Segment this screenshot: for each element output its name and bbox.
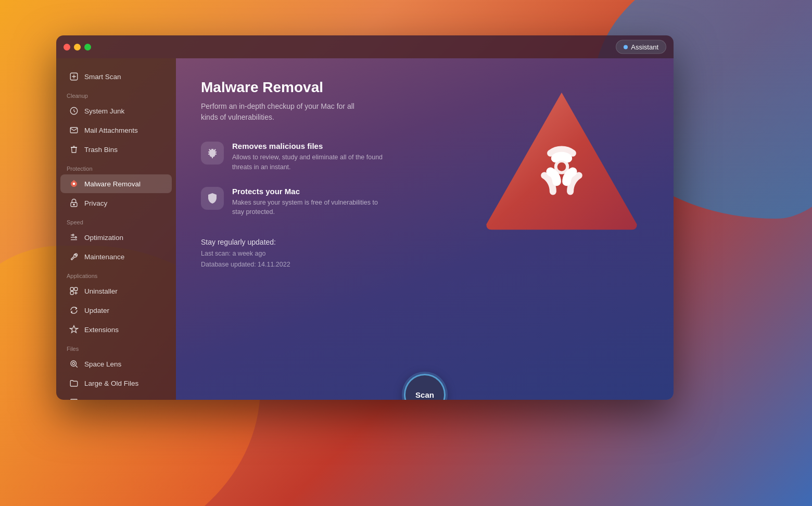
content-area: Smart Scan Cleanup System Junk	[56, 58, 674, 400]
feature-malicious-files-desc: Allows to review, study and eliminate al…	[232, 153, 388, 172]
sidebar-item-optimization[interactable]: Optimization	[60, 228, 172, 247]
sidebar-item-shredder[interactable]: Shredder	[60, 393, 172, 400]
svg-point-19	[557, 162, 566, 171]
shield-icon	[206, 192, 219, 205]
trash-bins-icon	[69, 144, 79, 155]
sidebar-item-uninstaller-label: Uninstaller	[84, 287, 118, 295]
page-subtitle: Perform an in-depth checkup of your Mac …	[201, 101, 367, 123]
minimize-button[interactable]	[74, 44, 81, 50]
sidebar-item-updater[interactable]: Updater	[60, 301, 172, 320]
sidebar: Smart Scan Cleanup System Junk	[56, 58, 176, 400]
sidebar-item-privacy-label: Privacy	[84, 199, 107, 207]
sidebar-item-mail-attachments-label: Mail Attachments	[84, 126, 138, 134]
sidebar-item-trash-bins[interactable]: Trash Bins	[60, 140, 172, 159]
svg-rect-11	[70, 287, 73, 290]
mail-attachments-icon	[69, 125, 79, 135]
maintenance-icon	[69, 251, 79, 262]
uninstaller-icon	[69, 286, 79, 296]
traffic-lights	[64, 44, 91, 50]
svg-point-9	[72, 234, 74, 236]
section-label-cleanup: Cleanup	[56, 86, 176, 101]
smart-scan-icon	[69, 71, 79, 82]
feature-protects-mac-title: Protects your Mac	[232, 187, 388, 196]
assistant-dot-icon	[624, 45, 628, 49]
shield-icon-wrap	[201, 187, 224, 210]
section-label-speed: Speed	[56, 213, 176, 227]
sidebar-item-system-junk[interactable]: System Junk	[60, 102, 172, 120]
maximize-button[interactable]	[84, 44, 91, 50]
biohazard-illustration	[481, 79, 642, 241]
app-window: Assistant Smart Scan Cleanup	[56, 35, 674, 400]
section-label-files: Files	[56, 339, 176, 354]
large-old-files-icon	[69, 378, 79, 388]
sidebar-item-smart-scan-label: Smart Scan	[84, 73, 121, 81]
sidebar-item-smart-scan[interactable]: Smart Scan	[60, 67, 172, 86]
sidebar-item-malware-removal[interactable]: Malware Removal	[60, 174, 172, 193]
sidebar-item-maintenance[interactable]: Maintenance	[60, 247, 172, 266]
sidebar-item-optimization-label: Optimization	[84, 234, 123, 242]
sidebar-item-large-old-files[interactable]: Large & Old Files	[60, 374, 172, 393]
extensions-icon	[69, 324, 79, 335]
sidebar-item-updater-label: Updater	[84, 307, 109, 314]
sidebar-item-uninstaller[interactable]: Uninstaller	[60, 282, 172, 300]
feature-protects-mac-text: Protects your Mac Makes sure your system…	[232, 187, 388, 218]
svg-point-3	[73, 183, 75, 185]
assistant-label: Assistant	[631, 43, 658, 51]
svg-rect-13	[70, 292, 73, 295]
section-label-protection: Protection	[56, 159, 176, 174]
sidebar-item-shredder-label: Shredder	[84, 399, 113, 400]
feature-protects-mac-desc: Makes sure your system is free of vulner…	[232, 198, 388, 218]
sidebar-item-malware-removal-label: Malware Removal	[84, 180, 141, 188]
sidebar-item-trash-bins-label: Trash Bins	[84, 146, 118, 154]
scan-button-wrapper: Scan	[404, 374, 446, 400]
scan-button[interactable]: Scan	[404, 374, 446, 400]
shredder-icon	[69, 397, 79, 400]
svg-point-10	[75, 237, 77, 238]
sidebar-item-maintenance-label: Maintenance	[84, 253, 124, 261]
optimization-icon	[69, 232, 79, 243]
sidebar-item-mail-attachments[interactable]: Mail Attachments	[60, 121, 172, 140]
assistant-button[interactable]: Assistant	[616, 40, 666, 54]
space-lens-icon	[69, 359, 79, 369]
sidebar-item-extensions[interactable]: Extensions	[60, 320, 172, 339]
db-updated-label: Database updated: 14.11.2022	[201, 259, 649, 270]
sidebar-item-large-old-files-label: Large & Old Files	[84, 380, 138, 387]
svg-rect-16	[71, 399, 77, 400]
close-button[interactable]	[64, 44, 70, 50]
last-scan-label: Last scan: a week ago	[201, 248, 649, 259]
svg-rect-12	[74, 287, 78, 290]
updater-icon	[69, 305, 79, 315]
feature-malicious-files-text: Removes malicious files Allows to review…	[232, 142, 388, 172]
privacy-icon	[69, 198, 79, 208]
bug-icon	[206, 147, 219, 159]
sidebar-item-space-lens[interactable]: Space Lens	[60, 355, 172, 373]
section-label-applications: Applications	[56, 267, 176, 281]
svg-point-15	[72, 362, 75, 365]
bottom-info: Stay regularly updated: Last scan: a wee…	[201, 238, 649, 271]
sidebar-item-extensions-label: Extensions	[84, 326, 119, 334]
bug-icon-wrap	[201, 142, 224, 165]
sidebar-item-system-junk-label: System Junk	[84, 107, 124, 115]
system-junk-icon	[69, 106, 79, 116]
svg-point-5	[73, 204, 74, 205]
titlebar: Assistant	[56, 35, 674, 58]
main-content: Malware Removal Perform an in-depth chec…	[176, 58, 674, 400]
sidebar-item-privacy[interactable]: Privacy	[60, 194, 172, 212]
feature-malicious-files-title: Removes malicious files	[232, 142, 388, 150]
sidebar-item-space-lens-label: Space Lens	[84, 360, 121, 368]
svg-point-14	[71, 361, 77, 366]
malware-removal-icon	[69, 179, 79, 189]
